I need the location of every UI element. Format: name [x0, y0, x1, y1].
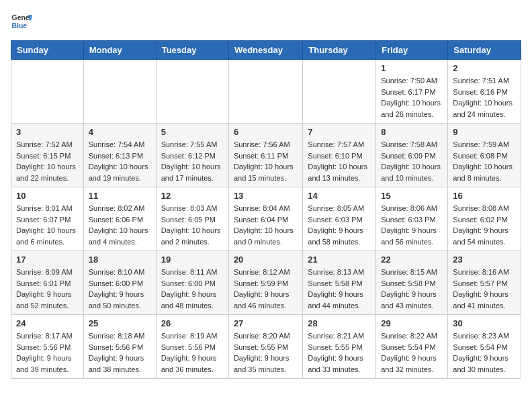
day-cell: 19Sunrise: 8:11 AM Sunset: 6:00 PM Dayli…	[156, 251, 228, 315]
day-cell: 5Sunrise: 7:55 AM Sunset: 6:12 PM Daylig…	[156, 124, 228, 187]
weekday-header-sunday: Sunday	[11, 41, 84, 60]
day-number: 7	[308, 127, 371, 137]
day-info: Sunrise: 8:02 AM Sunset: 6:06 PM Dayligh…	[89, 203, 151, 247]
day-number: 10	[16, 191, 79, 201]
day-info: Sunrise: 8:01 AM Sunset: 6:07 PM Dayligh…	[16, 203, 79, 247]
day-number: 16	[453, 191, 516, 201]
day-info: Sunrise: 8:20 AM Sunset: 5:55 PM Dayligh…	[234, 330, 298, 375]
week-row-5: 24Sunrise: 8:17 AM Sunset: 5:56 PM Dayli…	[11, 315, 521, 379]
svg-text:Blue: Blue	[12, 22, 28, 30]
logo-icon: General Blue	[11, 11, 32, 32]
day-number: 27	[234, 318, 298, 328]
day-cell: 26Sunrise: 8:19 AM Sunset: 5:56 PM Dayli…	[156, 315, 228, 379]
day-info: Sunrise: 7:51 AM Sunset: 6:16 PM Dayligh…	[453, 75, 516, 120]
day-cell: 8Sunrise: 7:58 AM Sunset: 6:09 PM Daylig…	[376, 124, 448, 187]
day-cell: 23Sunrise: 8:16 AM Sunset: 5:57 PM Dayli…	[448, 251, 521, 315]
day-cell	[303, 60, 376, 124]
day-cell: 21Sunrise: 8:13 AM Sunset: 5:58 PM Dayli…	[303, 251, 376, 315]
day-cell: 18Sunrise: 8:10 AM Sunset: 6:00 PM Dayli…	[83, 251, 156, 315]
day-info: Sunrise: 8:11 AM Sunset: 6:00 PM Dayligh…	[161, 267, 224, 311]
day-number: 1	[381, 63, 443, 73]
day-cell: 25Sunrise: 8:18 AM Sunset: 5:56 PM Dayli…	[83, 315, 156, 379]
day-cell: 24Sunrise: 8:17 AM Sunset: 5:56 PM Dayli…	[11, 315, 84, 379]
day-cell: 10Sunrise: 8:01 AM Sunset: 6:07 PM Dayli…	[11, 187, 84, 251]
day-info: Sunrise: 8:03 AM Sunset: 6:05 PM Dayligh…	[161, 203, 224, 247]
day-number: 22	[381, 255, 443, 265]
day-info: Sunrise: 8:16 AM Sunset: 5:57 PM Dayligh…	[453, 267, 516, 311]
day-cell: 30Sunrise: 8:23 AM Sunset: 5:54 PM Dayli…	[448, 315, 521, 379]
day-number: 8	[381, 127, 443, 137]
day-number: 15	[381, 191, 443, 201]
day-info: Sunrise: 8:18 AM Sunset: 5:56 PM Dayligh…	[89, 330, 151, 375]
weekday-header-thursday: Thursday	[303, 41, 376, 60]
day-info: Sunrise: 7:55 AM Sunset: 6:12 PM Dayligh…	[161, 139, 224, 183]
day-number: 24	[16, 318, 79, 328]
day-info: Sunrise: 8:10 AM Sunset: 6:00 PM Dayligh…	[89, 267, 151, 311]
weekday-header-row: SundayMondayTuesdayWednesdayThursdayFrid…	[11, 41, 521, 60]
day-number: 26	[161, 318, 224, 328]
day-cell	[83, 60, 156, 124]
day-info: Sunrise: 8:19 AM Sunset: 5:56 PM Dayligh…	[161, 330, 224, 375]
day-cell: 2Sunrise: 7:51 AM Sunset: 6:16 PM Daylig…	[448, 60, 521, 124]
day-number: 2	[453, 63, 516, 73]
day-cell: 6Sunrise: 7:56 AM Sunset: 6:11 PM Daylig…	[228, 124, 302, 187]
day-info: Sunrise: 8:13 AM Sunset: 5:58 PM Dayligh…	[308, 267, 371, 311]
day-cell: 22Sunrise: 8:15 AM Sunset: 5:58 PM Dayli…	[376, 251, 448, 315]
day-info: Sunrise: 8:12 AM Sunset: 5:59 PM Dayligh…	[234, 267, 298, 311]
weekday-header-wednesday: Wednesday	[228, 41, 302, 60]
day-number: 14	[308, 191, 371, 201]
day-cell: 17Sunrise: 8:09 AM Sunset: 6:01 PM Dayli…	[11, 251, 84, 315]
day-cell: 14Sunrise: 8:05 AM Sunset: 6:03 PM Dayli…	[303, 187, 376, 251]
day-cell: 20Sunrise: 8:12 AM Sunset: 5:59 PM Dayli…	[228, 251, 302, 315]
day-number: 19	[161, 255, 224, 265]
day-cell: 3Sunrise: 7:52 AM Sunset: 6:15 PM Daylig…	[11, 124, 84, 187]
day-number: 29	[381, 318, 443, 328]
day-number: 9	[453, 127, 516, 137]
day-info: Sunrise: 7:50 AM Sunset: 6:17 PM Dayligh…	[381, 75, 443, 120]
day-cell: 9Sunrise: 7:59 AM Sunset: 6:08 PM Daylig…	[448, 124, 521, 187]
day-number: 3	[16, 127, 79, 137]
week-row-4: 17Sunrise: 8:09 AM Sunset: 6:01 PM Dayli…	[11, 251, 521, 315]
day-number: 6	[234, 127, 298, 137]
day-info: Sunrise: 7:56 AM Sunset: 6:11 PM Dayligh…	[234, 139, 298, 183]
day-info: Sunrise: 7:58 AM Sunset: 6:09 PM Dayligh…	[381, 139, 443, 183]
day-cell: 12Sunrise: 8:03 AM Sunset: 6:05 PM Dayli…	[156, 187, 228, 251]
day-number: 21	[308, 255, 371, 265]
day-number: 17	[16, 255, 79, 265]
day-info: Sunrise: 8:08 AM Sunset: 6:02 PM Dayligh…	[453, 203, 516, 247]
day-info: Sunrise: 7:52 AM Sunset: 6:15 PM Dayligh…	[16, 139, 79, 183]
day-cell: 7Sunrise: 7:57 AM Sunset: 6:10 PM Daylig…	[303, 124, 376, 187]
day-number: 13	[234, 191, 298, 201]
weekday-header-saturday: Saturday	[448, 41, 521, 60]
calendar-table: SundayMondayTuesdayWednesdayThursdayFrid…	[11, 40, 521, 379]
week-row-3: 10Sunrise: 8:01 AM Sunset: 6:07 PM Dayli…	[11, 187, 521, 251]
weekday-header-monday: Monday	[83, 41, 156, 60]
day-cell: 28Sunrise: 8:21 AM Sunset: 5:55 PM Dayli…	[303, 315, 376, 379]
day-number: 28	[308, 318, 371, 328]
day-info: Sunrise: 7:59 AM Sunset: 6:08 PM Dayligh…	[453, 139, 516, 183]
day-cell: 15Sunrise: 8:06 AM Sunset: 6:03 PM Dayli…	[376, 187, 448, 251]
day-cell	[11, 60, 84, 124]
weekday-header-tuesday: Tuesday	[156, 41, 228, 60]
day-info: Sunrise: 8:21 AM Sunset: 5:55 PM Dayligh…	[308, 330, 371, 375]
day-cell: 1Sunrise: 7:50 AM Sunset: 6:17 PM Daylig…	[376, 60, 448, 124]
weekday-header-friday: Friday	[376, 41, 448, 60]
day-number: 4	[89, 127, 151, 137]
day-number: 18	[89, 255, 151, 265]
day-cell	[228, 60, 302, 124]
day-number: 30	[453, 318, 516, 328]
logo: General Blue	[11, 11, 32, 32]
day-info: Sunrise: 8:09 AM Sunset: 6:01 PM Dayligh…	[16, 267, 79, 311]
day-info: Sunrise: 7:57 AM Sunset: 6:10 PM Dayligh…	[308, 139, 371, 183]
week-row-2: 3Sunrise: 7:52 AM Sunset: 6:15 PM Daylig…	[11, 124, 521, 187]
day-cell	[156, 60, 228, 124]
day-info: Sunrise: 8:04 AM Sunset: 6:04 PM Dayligh…	[234, 203, 298, 247]
week-row-1: 1Sunrise: 7:50 AM Sunset: 6:17 PM Daylig…	[11, 60, 521, 124]
day-info: Sunrise: 7:54 AM Sunset: 6:13 PM Dayligh…	[89, 139, 151, 183]
day-cell: 4Sunrise: 7:54 AM Sunset: 6:13 PM Daylig…	[83, 124, 156, 187]
day-cell: 11Sunrise: 8:02 AM Sunset: 6:06 PM Dayli…	[83, 187, 156, 251]
day-info: Sunrise: 8:06 AM Sunset: 6:03 PM Dayligh…	[381, 203, 443, 247]
day-info: Sunrise: 8:22 AM Sunset: 5:54 PM Dayligh…	[381, 330, 443, 375]
day-cell: 16Sunrise: 8:08 AM Sunset: 6:02 PM Dayli…	[448, 187, 521, 251]
day-number: 11	[89, 191, 151, 201]
